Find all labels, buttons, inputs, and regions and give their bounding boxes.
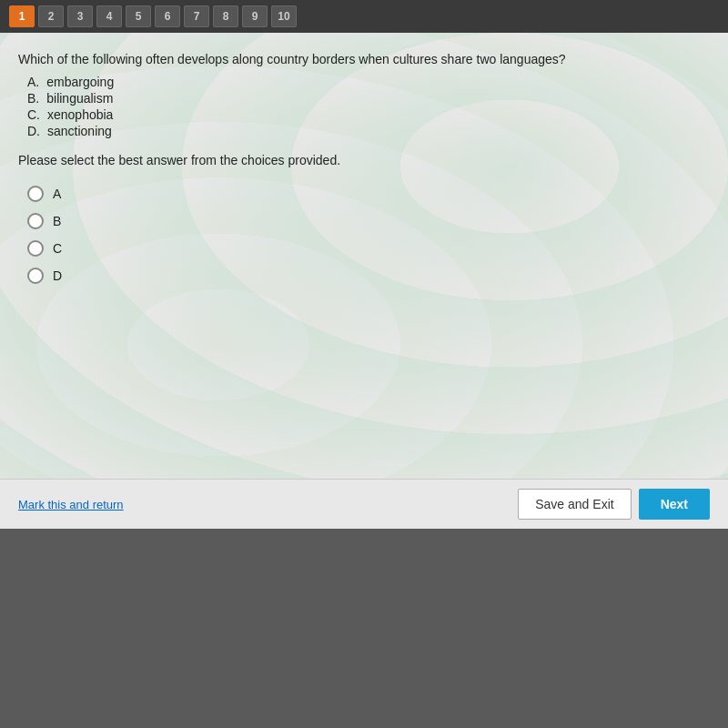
instruction-text: Please select the best answer from the c… [18,153,710,167]
choice-d: D. sanctioning [27,124,710,138]
radio-option-a[interactable]: A [27,186,710,202]
choice-d-text: sanctioning [47,124,112,138]
answer-choices: A. embargoing B. bilingualism C. xenopho… [18,75,710,138]
radio-option-b[interactable]: B [27,213,710,229]
radio-options: A B C D [27,186,710,284]
question-tab-5[interactable]: 5 [126,5,151,27]
choice-a-letter: A. [27,75,39,89]
action-buttons: Save and Exit Next [518,489,710,520]
question-tab-9[interactable]: 9 [242,5,268,27]
question-content-area: Which of the following often develops al… [0,33,728,479]
radio-option-c[interactable]: C [27,240,710,257]
question-nav-bar: 12345678910 [0,0,728,33]
question-tab-6[interactable]: 6 [155,5,180,27]
choice-b-letter: B. [27,91,39,106]
save-exit-button[interactable]: Save and Exit [518,489,631,520]
question-tab-7[interactable]: 7 [184,5,209,27]
next-button[interactable]: Next [639,489,710,520]
choice-c: C. xenophobia [27,107,710,122]
choice-a: A. embargoing [27,75,710,89]
radio-circle-d[interactable] [27,268,44,284]
choice-b: B. bilingualism [27,91,710,106]
choice-c-letter: C. [27,107,40,122]
radio-circle-a[interactable] [27,186,44,202]
radio-circle-b[interactable] [27,213,44,229]
mark-return-link[interactable]: Mark this and return [18,498,124,511]
question-tab-2[interactable]: 2 [38,5,64,27]
radio-option-d[interactable]: D [27,268,710,284]
question-text: Which of the following often develops al… [18,51,710,69]
choice-c-text: xenophobia [47,107,113,122]
choice-a-text: embargoing [46,75,114,89]
radio-label-d: D [53,268,62,283]
question-tab-4[interactable]: 4 [96,5,122,27]
question-tab-8[interactable]: 8 [213,5,238,27]
bottom-action-bar: Mark this and return Save and Exit Next [0,479,728,529]
question-tab-1[interactable]: 1 [9,5,35,27]
radio-circle-c[interactable] [27,240,44,257]
radio-label-c: C [53,241,62,256]
radio-label-b: B [53,214,61,228]
question-tab-10[interactable]: 10 [271,5,297,27]
dark-background-area [0,529,728,728]
question-tab-3[interactable]: 3 [67,5,93,27]
choice-b-text: bilingualism [46,91,113,106]
radio-label-a: A [53,187,61,201]
choice-d-letter: D. [27,124,40,138]
